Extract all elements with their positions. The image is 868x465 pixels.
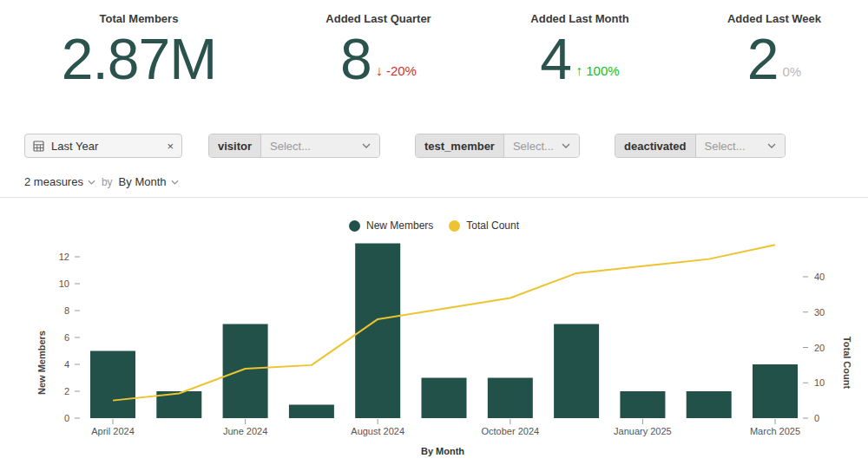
left-axis-tick: 4 [64,359,69,370]
legend-dot-icon [349,220,360,232]
chevron-down-icon [88,180,95,185]
left-axis-title: New Members [36,331,47,395]
x-axis-tick: January 2025 [614,426,672,436]
chevron-down-icon [171,180,179,185]
dimension-dropdown-label: By Month [119,175,167,188]
time-filter-value: Last Year [51,140,167,153]
filter-row: Last Year × visitor Select... test_membe… [24,134,868,158]
filter-placeholder: Select... [270,140,311,153]
right-axis-tick: 20 [814,343,825,353]
filter-select-visitor[interactable]: visitor Select... [208,134,380,158]
measures-dropdown-label: 2 measures [24,175,83,188]
x-axis-tick: March 2025 [750,426,800,436]
chart-legend: New Members Total Count [0,219,868,232]
filter-select-test-member[interactable]: test_member Select... [415,134,580,158]
right-axis-tick: 0 [814,413,819,423]
bar-February 2025[interactable] [687,391,732,418]
arrow-down-icon: ↓ [376,63,383,78]
legend-label: New Members [366,219,433,232]
kpi-value: 2 [747,30,779,88]
x-axis-tick: April 2024 [91,426,135,436]
kpi-delta: ↓ -20% [376,63,417,88]
kpi-delta-value: 0% [783,64,802,79]
kpi-label: Added Last Quarter [278,12,479,25]
kpi-value: 8 [340,30,372,88]
filter-label: deactivated [615,134,696,157]
kpi-label: Total Members [0,12,278,25]
legend-dot-icon [449,220,460,232]
left-axis-tick: 2 [64,386,69,396]
kpi-card-total-members: Total Members 2.87M [0,0,278,88]
legend-item-total-count[interactable]: Total Count [449,219,519,232]
bar-November 2024[interactable] [554,324,599,419]
x-axis-tick: June 2024 [223,426,267,436]
filter-placeholder: Select... [705,140,746,153]
bar-March 2025[interactable] [753,364,798,418]
left-axis-tick: 0 [64,413,69,423]
kpi-value: 2.87M [62,30,216,88]
filter-label: test_member [416,134,504,157]
kpi-row: Total Members 2.87M Added Last Quarter 8… [0,0,868,88]
legend-label: Total Count [466,219,519,232]
divider [0,197,868,198]
kpi-card-added-last-month: Added Last Month 4 ↑ 100% [479,0,681,88]
kpi-label: Added Last Week [681,12,868,25]
bar-June 2024[interactable] [223,324,268,419]
x-axis-label: By Month [421,446,464,456]
x-axis-tick: August 2024 [351,426,404,436]
chevron-down-icon [362,143,371,148]
arrow-up-icon: ↑ [575,63,582,78]
bar-September 2024[interactable] [422,378,467,419]
right-axis-title: Total Count [842,337,852,390]
filter-label: visitor [209,134,261,157]
kpi-label: Added Last Month [479,12,681,25]
calendar-grid-icon [33,141,44,152]
measures-row: 2 measures by By Month [24,174,868,189]
x-axis-tick: October 2024 [481,426,539,436]
left-axis-tick: 10 [59,278,69,289]
kpi-delta-value: -20% [386,63,417,78]
close-icon[interactable]: × [167,140,174,153]
measures-dropdown[interactable]: 2 measures [24,175,95,188]
left-axis-tick: 8 [64,305,69,316]
dimension-dropdown[interactable]: By Month [119,175,179,188]
filter-select-deactivated[interactable]: deactivated Select... [615,134,786,158]
bar-April 2024[interactable] [90,351,135,419]
legend-item-new-members[interactable]: New Members [349,219,433,232]
chevron-down-icon [767,143,776,148]
total-count-line [113,245,775,400]
time-filter-last-year[interactable]: Last Year × [24,134,182,158]
kpi-delta: 0% [783,64,802,88]
kpi-delta: ↑ 100% [575,63,620,88]
left-axis-tick: 12 [59,252,69,262]
bar-July 2024[interactable] [289,405,334,419]
kpi-card-added-last-quarter: Added Last Quarter 8 ↓ -20% [278,0,479,88]
right-axis-tick: 40 [814,272,825,282]
right-axis-tick: 10 [814,377,825,388]
right-axis-tick: 30 [814,307,825,318]
kpi-value: 4 [540,30,571,88]
chevron-down-icon [562,143,570,148]
kpi-delta-value: 100% [586,63,619,78]
bar-October 2024[interactable] [488,378,533,419]
combo-chart-canvas: 024681012010203040April 2024June 2024Aug… [0,232,868,465]
by-label: by [102,176,113,188]
left-axis-tick: 6 [64,332,69,343]
dashboard: Total Members 2.87M Added Last Quarter 8… [0,0,868,465]
kpi-card-added-last-week: Added Last Week 2 0% [681,0,868,88]
filter-placeholder: Select... [513,140,554,153]
bar-January 2025[interactable] [620,391,665,418]
